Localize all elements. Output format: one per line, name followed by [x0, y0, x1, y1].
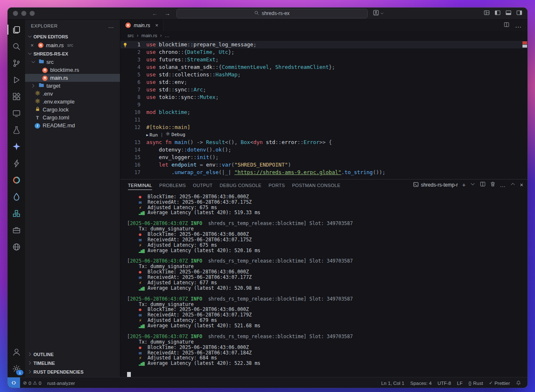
code-line-2[interactable]: 2use chrono::{DateTime, Utc};	[120, 48, 527, 56]
panel-tab-debug-console[interactable]: DEBUG CONSOLE	[220, 180, 262, 190]
kill-terminal-icon[interactable]	[490, 181, 496, 189]
code-line-6[interactable]: 6use std::env;	[120, 78, 527, 86]
terminal-profile-chevron-icon[interactable]	[470, 181, 476, 189]
activity-search-button[interactable]	[8, 38, 25, 55]
split-editor-icon[interactable]	[504, 22, 510, 29]
activity-settings-button[interactable]: 1	[8, 360, 25, 377]
rust-analyzer-status[interactable]: rust-analyzer	[44, 377, 78, 388]
tree-item-src[interactable]: src	[25, 58, 120, 66]
activity-explorer-button[interactable]	[8, 21, 25, 38]
encoding-setting[interactable]: UTF-8	[435, 377, 454, 388]
activity-source-control-button[interactable]	[8, 55, 25, 71]
eol-setting[interactable]: LF	[454, 377, 465, 388]
forward-arrow-icon[interactable]: →	[164, 10, 171, 17]
activity-run-debug-button[interactable]	[8, 71, 25, 88]
code-line-11[interactable]: 11	[120, 116, 527, 124]
tree-item-main-rs[interactable]: Rmain.rs	[25, 74, 120, 82]
breadcrumb-item[interactable]: …	[165, 33, 170, 38]
open-editor-item[interactable]: ×Rmain.rssrc	[25, 41, 120, 49]
maximize-panel-icon[interactable]	[510, 181, 516, 189]
language-mode[interactable]: {} Rust	[466, 377, 486, 388]
activity-circle-logo-button[interactable]	[8, 172, 25, 188]
panel-tab-terminal[interactable]: TERMINAL	[128, 180, 152, 190]
activity-water-drop-button[interactable]	[8, 188, 25, 205]
open-editors-header[interactable]: OPEN EDITORS	[25, 32, 120, 41]
close-button[interactable]	[13, 11, 18, 16]
panel-tab-ports[interactable]: PORTS	[268, 180, 285, 190]
section-outline[interactable]: OUTLINE	[25, 350, 120, 359]
close-panel-icon[interactable]: ×	[520, 182, 523, 188]
layout-grid-icon[interactable]	[484, 10, 490, 18]
tree-item-cargo-toml[interactable]: TCargo.toml	[25, 114, 120, 121]
tree-item-env[interactable]: .env	[25, 90, 120, 98]
toggle-secondary-sidebar-icon[interactable]	[516, 10, 522, 18]
panel-more-actions-icon[interactable]: …	[500, 182, 506, 188]
project-section-header[interactable]: SHREDS-RS-EX	[25, 49, 120, 58]
code-line-17[interactable]: 17 .unwrap_or_else(|_| "https://shreds-a…	[120, 169, 527, 176]
terminal-session[interactable]: shreds-rs-temp-r	[413, 182, 458, 189]
sidebar-more-actions-icon[interactable]: …	[108, 23, 115, 29]
activity-testing-button[interactable]	[8, 121, 25, 138]
close-icon[interactable]: ×	[155, 22, 158, 28]
new-terminal-icon[interactable]: +	[462, 182, 466, 188]
terminal-session-label: shreds-rs-temp-r	[421, 182, 458, 188]
remote-indicator[interactable]	[8, 377, 20, 388]
section-rust-dependencies[interactable]: RUST DEPENDENCIES	[25, 367, 120, 376]
toggle-sidebar-icon[interactable]	[494, 10, 501, 18]
activity-accounts-button[interactable]	[8, 344, 25, 360]
breadcrumb-item[interactable]: src	[127, 33, 134, 38]
activity-briefcase-button[interactable]	[8, 222, 25, 238]
activity-extensions-button[interactable]	[8, 88, 25, 105]
back-arrow-icon[interactable]: ←	[151, 10, 159, 17]
indentation-setting[interactable]: Spaces: 4	[408, 377, 435, 388]
tab-main-rs[interactable]: R main.rs ×	[120, 20, 163, 31]
code-line-8[interactable]: 8use tokio::sync::Mutex;	[120, 94, 527, 101]
code-line-15[interactable]: 15 env_logger::init();	[120, 154, 527, 161]
activity-thunder-client-button[interactable]	[8, 155, 25, 172]
code-line-5[interactable]: 5use std::collections::HashMap;	[120, 71, 527, 78]
close-icon[interactable]: ×	[31, 42, 36, 48]
tree-item-env-example[interactable]: .env.example	[25, 98, 120, 106]
notifications-bell[interactable]	[513, 377, 524, 388]
code-editor[interactable]: 1use blocktime::prepare_log_message;2use…	[120, 40, 527, 179]
code-line-4[interactable]: 4use solana_stream_sdk::{CommitmentLevel…	[120, 63, 527, 71]
terminal-output[interactable]: ●BlockTime: 2025-06-28T06:43:06.000Z✉Rec…	[120, 191, 527, 377]
codelens-run[interactable]: ▶Run	[146, 132, 158, 139]
code-line-9[interactable]: 9	[120, 101, 527, 109]
cursor-position[interactable]: Ln 1, Col 1	[378, 377, 408, 388]
activity-remote-explorer-button[interactable]	[8, 105, 25, 121]
more-actions-icon[interactable]: …	[515, 22, 522, 29]
zoom-button[interactable]	[30, 11, 35, 16]
code-line-10[interactable]: 10mod blocktime;	[120, 109, 527, 116]
panel-tab-postman-console[interactable]: POSTMAN CONSOLE	[292, 180, 341, 190]
minimize-button[interactable]	[21, 11, 26, 16]
codelens-debug[interactable]: Debug	[166, 131, 185, 139]
activity-globe-button[interactable]	[8, 238, 25, 255]
code-line-3[interactable]: 3use futures::StreamExt;	[120, 56, 527, 63]
panel-tab-problems[interactable]: PROBLEMS	[159, 180, 186, 190]
tree-item-target[interactable]: target	[25, 82, 120, 90]
code-line-16[interactable]: 16 let endpoint = env::var("SHREDS_ENDPO…	[120, 161, 527, 169]
activity-containers-button[interactable]	[8, 205, 25, 222]
code-line-1[interactable]: 1use blocktime::prepare_log_message;	[120, 41, 527, 48]
code-line-7[interactable]: 7use std::sync::Arc;	[120, 86, 527, 94]
terminal-text: Average Latency (latest 420): 520.16 ms	[148, 248, 260, 253]
problems-indicator[interactable]: ⊘ 0 ⚠ 0	[20, 377, 44, 388]
tree-item-blocktime-rs[interactable]: Rblocktime.rs	[25, 66, 120, 74]
code-line-12[interactable]: 12#[tokio::main]	[120, 124, 527, 131]
tree-item-cargo-lock[interactable]: Cargo.lock	[25, 106, 120, 114]
line-number: 4	[130, 63, 140, 71]
profile-menu[interactable]	[373, 10, 384, 18]
formatter-status[interactable]: ✓ Prettier	[486, 377, 513, 388]
code-line-13[interactable]: 13async fn main() -> Result<(), Box<dyn …	[120, 139, 527, 146]
breadcrumb-item[interactable]: main.rs	[141, 33, 157, 38]
section-timeline[interactable]: TIMELINE	[25, 359, 120, 367]
code-line-14[interactable]: 14 dotenvy::dotenv().ok();	[120, 146, 527, 154]
code-token: ;	[253, 41, 257, 48]
activity-copilot-button[interactable]	[8, 138, 25, 155]
toggle-panel-icon[interactable]	[505, 10, 512, 18]
split-terminal-icon[interactable]	[480, 181, 486, 189]
tree-item-readme-md[interactable]: iREADME.md	[25, 121, 120, 129]
command-center-search[interactable]: shreds-rs-ex	[176, 9, 368, 18]
panel-tab-output[interactable]: OUTPUT	[193, 180, 213, 190]
